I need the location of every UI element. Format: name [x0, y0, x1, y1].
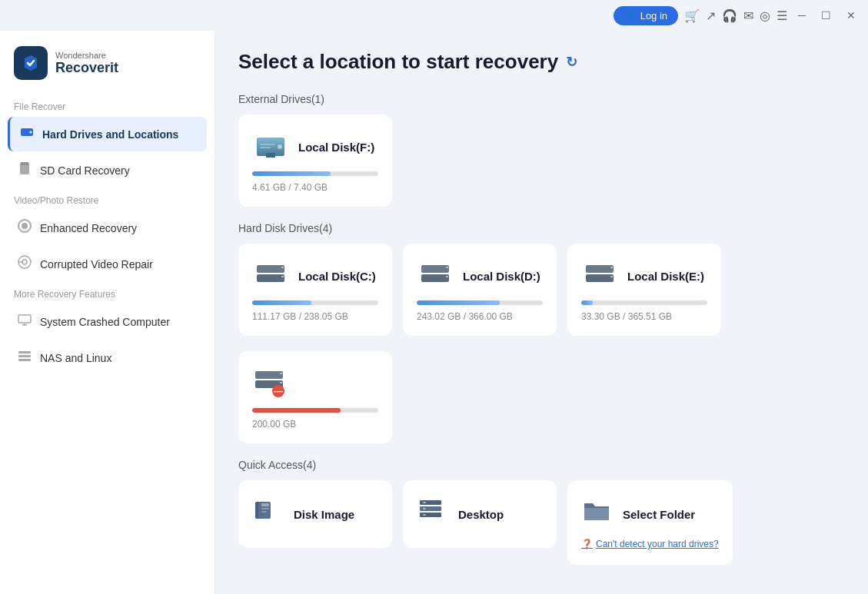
more-recovery-label: More Recovery Features	[8, 283, 207, 304]
progress-bg-f	[252, 171, 378, 176]
svg-point-21	[278, 144, 282, 149]
sidebar: Wondershare Recoverit File Recover Hard …	[0, 31, 215, 594]
minimize-button[interactable]: ─	[793, 8, 810, 23]
desktop-icon	[417, 496, 447, 533]
drive-icon-d	[417, 257, 454, 294]
disk-image-icon	[252, 496, 283, 533]
sidebar-item-enhanced[interactable]: Enhanced Recovery	[8, 211, 207, 245]
svg-rect-19	[260, 144, 275, 145]
quick-access-title: Quick Access(4)	[238, 459, 845, 471]
qa-card-select-folder[interactable]: Select Folder ❓ Can't detect your hard d…	[567, 480, 733, 565]
qa-select-folder-label: Select Folder	[623, 508, 695, 521]
svg-rect-26	[281, 276, 284, 277]
drive-card-d[interactable]: Local Disk(D:) 243.02 GB / 366.00 GB	[403, 244, 557, 336]
sidebar-item-sd-card-label: SD Card Recovery	[40, 164, 130, 177]
question-icon: ❓	[581, 539, 593, 549]
app-container: Wondershare Recoverit File Recover Hard …	[0, 31, 868, 594]
mail-icon[interactable]: ✉	[743, 8, 753, 23]
svg-rect-30	[446, 276, 448, 277]
progress-fill-c	[252, 300, 311, 305]
svg-point-9	[22, 260, 27, 264]
menu-icon[interactable]: ☰	[777, 8, 787, 23]
svg-point-7	[22, 223, 28, 229]
svg-rect-45	[261, 511, 267, 513]
share-icon[interactable]: ↗	[706, 8, 716, 23]
system-crashed-icon	[17, 312, 32, 331]
quick-access-row: Disk Image Desktop	[238, 480, 845, 565]
svg-rect-32	[586, 274, 614, 282]
svg-rect-27	[421, 265, 449, 273]
brand-name: Wondershare	[55, 51, 118, 60]
video-photo-label: Video/Photo Restore	[8, 189, 207, 211]
qa-desktop-label: Desktop	[458, 508, 504, 521]
drive-name-e: Local Disk(E:)	[627, 270, 704, 283]
login-button[interactable]: 👤 Log in	[614, 6, 678, 25]
progress-bg-c	[252, 300, 378, 305]
svg-rect-20	[260, 147, 271, 148]
refresh-icon[interactable]: ↻	[566, 54, 577, 71]
hdd-title: Hard Disk Drives(4)	[238, 222, 845, 234]
sidebar-item-nas[interactable]: NAS and Linux	[8, 340, 207, 375]
page-title: Select a location to start recovery ↻	[238, 50, 845, 74]
drive-card-f[interactable]: Local Disk(F:) 4.61 GB / 7.40 GB	[238, 114, 392, 207]
card-top-e: Local Disk(E:)	[581, 257, 707, 294]
logo-text: Wondershare Recoverit	[55, 51, 118, 76]
svg-rect-33	[610, 267, 613, 268]
close-button[interactable]: ✕	[842, 8, 860, 23]
svg-rect-14	[18, 351, 31, 353]
main-content: Select a location to start recovery ↻ Ex…	[215, 31, 868, 594]
detect-link[interactable]: ❓ Can't detect your hard drives?	[581, 539, 719, 549]
detect-link-text: Can't detect your hard drives?	[596, 539, 719, 549]
qa-disk-image-label: Disk Image	[294, 508, 354, 521]
svg-rect-35	[255, 371, 283, 379]
card-top-error: —	[252, 365, 378, 402]
svg-rect-23	[257, 265, 284, 273]
svg-rect-11	[18, 315, 31, 323]
login-label: Log in	[640, 10, 667, 22]
qa-card-disk-image[interactable]: Disk Image	[238, 480, 392, 548]
svg-rect-16	[18, 359, 31, 361]
qa-folder-top: Select Folder	[581, 496, 719, 533]
user-icon: 👤	[624, 10, 637, 22]
svg-rect-51	[423, 514, 426, 516]
sidebar-item-system-crashed-label: System Crashed Computer	[40, 316, 170, 328]
shield-icon[interactable]: ◎	[760, 8, 770, 23]
svg-rect-22	[266, 153, 275, 158]
drive-name-f: Local Disk(F:)	[298, 141, 374, 154]
svg-rect-29	[446, 267, 448, 268]
sidebar-item-sd-card[interactable]: SD Card Recovery	[8, 153, 207, 187]
qa-card-desktop[interactable]: Desktop	[403, 480, 557, 548]
nas-icon	[17, 348, 32, 367]
sidebar-item-corrupted[interactable]: Corrupted Video Repair	[8, 247, 207, 281]
svg-point-1	[30, 131, 32, 134]
sidebar-item-hard-drives[interactable]: Hard Drives and Locations	[8, 117, 207, 151]
svg-text:—: —	[274, 386, 283, 397]
progress-fill-error	[252, 408, 341, 413]
file-recover-label: File Recover	[8, 95, 207, 117]
svg-rect-37	[280, 373, 282, 374]
drive-icon-c	[252, 257, 289, 294]
sidebar-item-system-crashed[interactable]: System Crashed Computer	[8, 304, 207, 339]
maximize-button[interactable]: ☐	[816, 8, 836, 23]
card-top: Local Disk(F:)	[252, 128, 378, 165]
svg-rect-31	[586, 265, 614, 273]
headset-icon[interactable]: 🎧	[722, 8, 737, 23]
drive-card-c[interactable]: Local Disk(C:) 111.17 GB / 238.05 GB	[238, 244, 392, 336]
svg-rect-15	[18, 355, 31, 357]
drive-size-d: 243.02 GB / 366.00 GB	[417, 311, 543, 322]
svg-rect-44	[261, 508, 269, 509]
logo-icon	[14, 46, 48, 80]
logo-area: Wondershare Recoverit	[8, 42, 207, 95]
progress-fill-d	[417, 300, 500, 305]
drive-card-error[interactable]: — 200.00 GB	[238, 351, 392, 443]
svg-rect-38	[280, 382, 282, 383]
drive-card-e[interactable]: Local Disk(E:) 33.30 GB / 365.51 GB	[567, 244, 721, 336]
card-top-c: Local Disk(C:)	[252, 257, 378, 294]
cart-icon[interactable]: 🛒	[684, 8, 700, 23]
external-drives-row: Local Disk(F:) 4.61 GB / 7.40 GB	[238, 114, 845, 207]
svg-rect-4	[24, 162, 25, 165]
card-top-d: Local Disk(D:)	[417, 257, 543, 294]
svg-rect-50	[423, 508, 426, 509]
svg-rect-28	[421, 274, 449, 282]
svg-rect-3	[22, 162, 23, 165]
